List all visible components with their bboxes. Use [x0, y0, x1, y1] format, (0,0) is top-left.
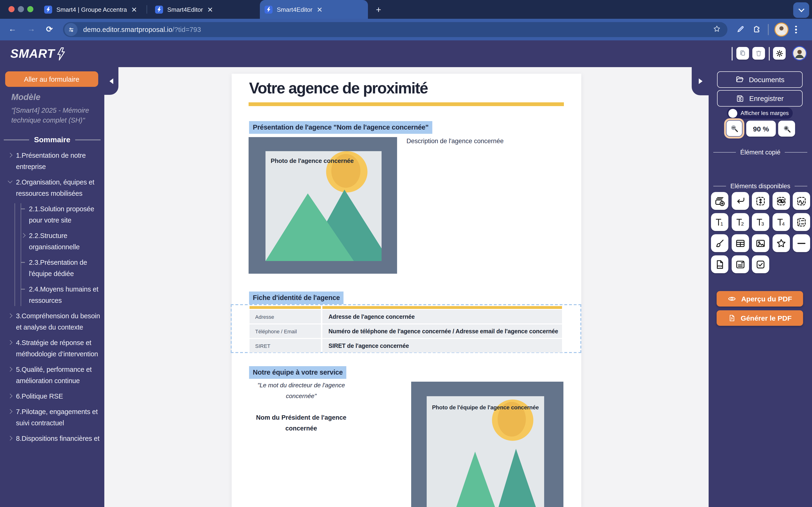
toc-item-9[interactable]: 5.Qualité, performance et amélioration c… [8, 364, 101, 386]
available-elements-divider: Eléments disponibles [713, 183, 807, 190]
section-heading-fiche[interactable]: Fiche d'identité de l'agence [249, 291, 344, 304]
table-row[interactable]: Adresse Adresse de l'agence concernée [250, 310, 562, 324]
scribble-icon[interactable] [793, 192, 810, 210]
close-tab-icon[interactable]: ✕ [317, 6, 322, 13]
browser-profile-avatar[interactable] [774, 22, 789, 37]
chevron-icon[interactable] [8, 409, 12, 414]
section-heading-presentation[interactable]: Présentation de l'agence "Nom de l'agenc… [249, 121, 432, 134]
numbered-list-icon[interactable]: 12 [793, 213, 810, 231]
model-label: Modèle [11, 93, 40, 102]
table-icon[interactable] [731, 234, 749, 252]
pen-extension-icon[interactable] [736, 24, 746, 36]
generate-pdf-button[interactable]: Générer le PDF [717, 310, 803, 326]
checkbox-icon[interactable] [752, 256, 769, 273]
toc-item-12[interactable]: 8.Dispositions financières et [8, 433, 101, 444]
chevron-icon[interactable] [8, 394, 12, 398]
settings-gear-button[interactable] [773, 47, 786, 60]
back-button[interactable]: ← [8, 24, 16, 34]
toc-item-7[interactable]: 3.Compréhension du besoin et analyse du … [8, 310, 101, 333]
heading-1-icon[interactable]: 1 [711, 213, 728, 231]
team-photo-placeholder[interactable]: Photo de l'équipe de l'agence concernée [411, 382, 563, 507]
table-row[interactable]: SIRET SIRET de l'agence concernée [250, 339, 562, 352]
chevron-icon[interactable] [21, 233, 26, 238]
form-icon[interactable] [731, 256, 749, 273]
document-page[interactable]: Votre agence de proximité Présentation d… [232, 74, 581, 507]
show-margins-toggle[interactable]: Afficher les marges [727, 108, 793, 119]
collapse-left-sidebar-button[interactable] [104, 67, 118, 95]
heading-4-icon[interactable]: 4 [772, 213, 790, 231]
president-name[interactable]: Nom du Président de l'agence concernée [250, 413, 353, 434]
chevron-icon[interactable] [8, 436, 12, 441]
heading-2-icon[interactable]: 2 [731, 213, 749, 231]
star-icon[interactable] [772, 234, 790, 252]
toc-item-6[interactable]: 2.4.Moyens humains et ressources [20, 284, 101, 306]
tab-search-button[interactable] [793, 2, 809, 18]
duplicate-button[interactable] [737, 47, 749, 60]
toc-item-5[interactable]: 2.3.Présentation de l'équipe dédiée [20, 257, 101, 279]
toc-item-8[interactable]: 4.Stratégie de réponse et méthodologie d… [8, 337, 101, 359]
return-icon[interactable] [731, 192, 749, 210]
toc-item-4[interactable]: 2.2.Structure organisationnelle [20, 230, 101, 252]
chevron-icon[interactable] [8, 367, 12, 372]
toc-item-1[interactable]: 1.Présentation de notre entreprise [8, 150, 101, 172]
svg-text:4: 4 [782, 221, 784, 226]
browser-menu-icon[interactable] [795, 26, 797, 34]
copied-element-divider: Élément copié [713, 149, 807, 156]
delete-button[interactable] [752, 47, 765, 60]
add-block-icon[interactable] [711, 192, 728, 210]
preview-pdf-button[interactable]: Aperçu du PDF [717, 291, 803, 306]
new-tab-button[interactable]: + [376, 5, 381, 15]
reload-button[interactable]: ⟳ [46, 24, 53, 34]
toc-item-10[interactable]: 6.Politique RSE [8, 391, 101, 402]
smart4-favicon [155, 5, 163, 13]
zoom-out-button[interactable] [724, 118, 744, 138]
save-button[interactable]: Enregistrer [717, 90, 803, 107]
zoom-in-button[interactable] [778, 121, 795, 136]
tab-smart4editor-1[interactable]: Smart4Editor ✕ [150, 0, 253, 19]
user-avatar[interactable] [792, 46, 807, 61]
table-row[interactable]: Téléphone / Email Numéro de téléphone de… [250, 324, 562, 338]
site-settings-icon[interactable] [64, 23, 78, 36]
brush-icon[interactable] [711, 234, 728, 252]
maximize-window-button[interactable] [27, 6, 33, 12]
available-elements-grid: 123412PDF [711, 192, 811, 273]
bookmark-star-icon[interactable] [713, 25, 721, 35]
toc-item-2[interactable]: 2.Organisation, équipes et ressources mo… [8, 176, 101, 199]
table-of-contents: 1.Présentation de notre entreprise2.Orga… [8, 150, 101, 448]
chevron-icon[interactable] [8, 153, 12, 158]
tab-title: Smart4Editor [167, 6, 203, 13]
chevron-icon[interactable] [8, 179, 12, 183]
documents-button[interactable]: Documents [717, 71, 803, 88]
heading-3-icon[interactable]: 3 [752, 213, 769, 231]
photo-placeholder-label: Photo de l'équipe de l'agence concernée [427, 404, 544, 411]
close-window-button[interactable] [8, 6, 14, 12]
extensions-puzzle-icon[interactable] [752, 24, 762, 35]
toc-item-label: 2.4.Moyens humains et ressources [29, 284, 101, 306]
toc-item-3[interactable]: 2.1.Solution proposée pour votre site [20, 203, 101, 226]
close-tab-icon[interactable]: ✕ [131, 6, 137, 13]
tab-smart4editor-active[interactable]: Smart4Editor ✕ [260, 0, 368, 19]
theater-masks-icon[interactable] [772, 192, 790, 210]
agency-description-text[interactable]: Description de l'agence concernée [406, 137, 564, 145]
section-heading-equipe[interactable]: Notre équipe à votre service [249, 366, 347, 379]
toc-item-11[interactable]: 7.Pilotage, engagements et suivi contrac… [8, 406, 101, 429]
document-title[interactable]: Votre agence de proximité [249, 79, 427, 97]
go-to-form-button[interactable]: Aller au formulaire [5, 71, 98, 87]
chevron-icon[interactable] [8, 313, 12, 318]
collapse-right-panel-button[interactable] [692, 67, 709, 95]
chevron-icon[interactable] [8, 340, 12, 345]
address-bar[interactable]: demo.editor.smartproposal.io/?tid=793 [63, 22, 727, 37]
director-quote[interactable]: "Le mot du directeur de l'agence concern… [250, 380, 353, 402]
placeholder-landscape-graphic [265, 151, 382, 261]
vertical-spacer-icon[interactable] [752, 192, 769, 210]
close-tab-icon[interactable]: ✕ [207, 6, 213, 13]
forward-button[interactable]: → [27, 24, 35, 34]
divider-line-icon[interactable] [793, 234, 810, 252]
tab-smart4-groupe-accentra[interactable]: Smart4 | Groupe Accentra ✕ [40, 0, 145, 19]
pdf-file-icon[interactable]: PDF [711, 256, 728, 273]
agency-photo-placeholder[interactable]: Photo de l'agence concernée [249, 137, 397, 274]
zoom-level-value[interactable]: 90 % [746, 121, 776, 136]
minimize-window-button[interactable] [18, 6, 24, 12]
image-icon[interactable] [752, 234, 769, 252]
identity-table[interactable]: Adresse Adresse de l'agence concernée Té… [250, 306, 562, 353]
